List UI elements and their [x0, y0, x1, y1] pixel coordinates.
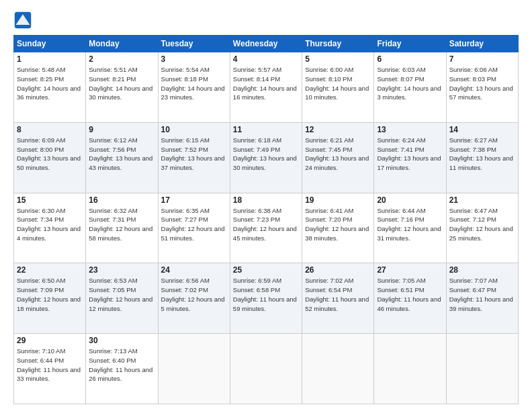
day-number: 28: [449, 265, 515, 275]
day-number: 26: [305, 265, 371, 275]
day-number: 8: [17, 125, 83, 134]
day-number: 6: [377, 54, 443, 64]
logo-icon: [13, 11, 32, 30]
logo: [13, 11, 35, 30]
day-number: 19: [305, 195, 371, 205]
calendar-cell: 13Sunrise: 6:24 AMSunset: 7:41 PMDayligh…: [374, 122, 446, 193]
calendar: SundayMondayTuesdayWednesdayThursdayFrid…: [13, 35, 519, 404]
calendar-cell: 18Sunrise: 6:38 AMSunset: 7:23 PMDayligh…: [230, 193, 302, 263]
header-tuesday: Tuesday: [158, 36, 230, 52]
calendar-cell: 3Sunrise: 5:54 AMSunset: 8:18 PMDaylight…: [158, 52, 230, 123]
day-number: 24: [161, 265, 227, 275]
day-number: 29: [17, 336, 83, 345]
calendar-cell: 7Sunrise: 6:06 AMSunset: 8:03 PMDaylight…: [446, 52, 518, 123]
day-info: Sunrise: 6:44 AMSunset: 7:16 PMDaylight:…: [377, 206, 443, 243]
calendar-cell: 6Sunrise: 6:03 AMSunset: 8:07 PMDaylight…: [374, 52, 446, 123]
calendar-cell: 26Sunrise: 7:02 AMSunset: 6:54 PMDayligh…: [302, 263, 374, 334]
calendar-cell: 28Sunrise: 7:07 AMSunset: 6:47 PMDayligh…: [446, 263, 518, 334]
calendar-cell: 20Sunrise: 6:44 AMSunset: 7:16 PMDayligh…: [374, 193, 446, 263]
day-info: Sunrise: 6:03 AMSunset: 8:07 PMDaylight:…: [377, 65, 443, 102]
calendar-cell: 8Sunrise: 6:09 AMSunset: 8:00 PMDaylight…: [14, 122, 86, 193]
day-info: Sunrise: 6:30 AMSunset: 7:34 PMDaylight:…: [17, 206, 83, 243]
day-info: Sunrise: 6:15 AMSunset: 7:52 PMDaylight:…: [161, 136, 227, 173]
day-number: 10: [161, 125, 227, 134]
day-number: 22: [17, 265, 83, 275]
calendar-week-3: 15Sunrise: 6:30 AMSunset: 7:34 PMDayligh…: [14, 193, 519, 263]
day-number: 9: [89, 125, 154, 134]
calendar-cell: 23Sunrise: 6:53 AMSunset: 7:05 PMDayligh…: [86, 263, 158, 334]
day-number: 25: [233, 265, 299, 275]
day-number: 5: [305, 54, 371, 64]
day-info: Sunrise: 6:21 AMSunset: 7:45 PMDaylight:…: [305, 136, 371, 173]
day-info: Sunrise: 7:10 AMSunset: 6:44 PMDaylight:…: [17, 347, 83, 383]
calendar-cell: 19Sunrise: 6:41 AMSunset: 7:20 PMDayligh…: [302, 193, 374, 263]
calendar-week-5: 29Sunrise: 7:10 AMSunset: 6:44 PMDayligh…: [14, 334, 519, 404]
calendar-cell: 9Sunrise: 6:12 AMSunset: 7:56 PMDaylight…: [86, 122, 158, 193]
day-info: Sunrise: 7:13 AMSunset: 6:40 PMDaylight:…: [89, 347, 154, 383]
calendar-cell: 2Sunrise: 5:51 AMSunset: 8:21 PMDaylight…: [86, 52, 158, 123]
day-number: 1: [17, 54, 83, 64]
calendar-cell: [374, 334, 446, 404]
calendar-cell: 5Sunrise: 6:00 AMSunset: 8:10 PMDaylight…: [302, 52, 374, 123]
day-info: Sunrise: 6:41 AMSunset: 7:20 PMDaylight:…: [305, 206, 371, 243]
day-number: 14: [449, 125, 515, 134]
header-wednesday: Wednesday: [230, 36, 302, 52]
day-info: Sunrise: 7:02 AMSunset: 6:54 PMDaylight:…: [305, 276, 371, 313]
day-info: Sunrise: 6:38 AMSunset: 7:23 PMDaylight:…: [233, 206, 299, 243]
calendar-cell: 15Sunrise: 6:30 AMSunset: 7:34 PMDayligh…: [14, 193, 86, 263]
header-thursday: Thursday: [302, 36, 374, 52]
day-info: Sunrise: 6:35 AMSunset: 7:27 PMDaylight:…: [161, 206, 227, 243]
calendar-cell: [158, 334, 230, 404]
calendar-cell: 17Sunrise: 6:35 AMSunset: 7:27 PMDayligh…: [158, 193, 230, 263]
calendar-cell: 10Sunrise: 6:15 AMSunset: 7:52 PMDayligh…: [158, 122, 230, 193]
calendar-cell: 22Sunrise: 6:50 AMSunset: 7:09 PMDayligh…: [14, 263, 86, 334]
calendar-header: SundayMondayTuesdayWednesdayThursdayFrid…: [14, 36, 519, 52]
calendar-cell: 25Sunrise: 6:59 AMSunset: 6:58 PMDayligh…: [230, 263, 302, 334]
day-number: 11: [233, 125, 299, 134]
day-info: Sunrise: 6:00 AMSunset: 8:10 PMDaylight:…: [305, 65, 371, 102]
day-info: Sunrise: 6:12 AMSunset: 7:56 PMDaylight:…: [89, 136, 154, 173]
calendar-cell: 16Sunrise: 6:32 AMSunset: 7:31 PMDayligh…: [86, 193, 158, 263]
day-info: Sunrise: 6:06 AMSunset: 8:03 PMDaylight:…: [449, 65, 515, 102]
day-number: 16: [89, 195, 154, 205]
calendar-cell: 14Sunrise: 6:27 AMSunset: 7:38 PMDayligh…: [446, 122, 518, 193]
calendar-cell: 4Sunrise: 5:57 AMSunset: 8:14 PMDaylight…: [230, 52, 302, 123]
day-number: 7: [449, 54, 515, 64]
day-info: Sunrise: 5:51 AMSunset: 8:21 PMDaylight:…: [89, 65, 154, 102]
day-number: 2: [89, 54, 154, 64]
calendar-cell: 30Sunrise: 7:13 AMSunset: 6:40 PMDayligh…: [86, 334, 158, 404]
day-number: 18: [233, 195, 299, 205]
calendar-cell: [230, 334, 302, 404]
day-info: Sunrise: 7:05 AMSunset: 6:51 PMDaylight:…: [377, 276, 443, 313]
calendar-week-4: 22Sunrise: 6:50 AMSunset: 7:09 PMDayligh…: [14, 263, 519, 334]
day-number: 4: [233, 54, 299, 64]
day-info: Sunrise: 6:32 AMSunset: 7:31 PMDaylight:…: [89, 206, 154, 243]
day-info: Sunrise: 5:54 AMSunset: 8:18 PMDaylight:…: [161, 65, 227, 102]
header-monday: Monday: [86, 36, 158, 52]
day-number: 13: [377, 125, 443, 134]
calendar-cell: 11Sunrise: 6:18 AMSunset: 7:49 PMDayligh…: [230, 122, 302, 193]
header-friday: Friday: [374, 36, 446, 52]
day-info: Sunrise: 6:09 AMSunset: 8:00 PMDaylight:…: [17, 136, 83, 173]
day-info: Sunrise: 6:24 AMSunset: 7:41 PMDaylight:…: [377, 136, 443, 173]
day-info: Sunrise: 5:48 AMSunset: 8:25 PMDaylight:…: [17, 65, 83, 102]
day-number: 23: [89, 265, 154, 275]
day-info: Sunrise: 6:18 AMSunset: 7:49 PMDaylight:…: [233, 136, 299, 173]
day-number: 27: [377, 265, 443, 275]
day-number: 12: [305, 125, 371, 134]
day-info: Sunrise: 6:47 AMSunset: 7:12 PMDaylight:…: [449, 206, 515, 243]
day-info: Sunrise: 7:07 AMSunset: 6:47 PMDaylight:…: [449, 276, 515, 313]
day-info: Sunrise: 6:53 AMSunset: 7:05 PMDaylight:…: [89, 276, 154, 313]
calendar-cell: [446, 334, 518, 404]
day-number: 15: [17, 195, 83, 205]
day-info: Sunrise: 6:59 AMSunset: 6:58 PMDaylight:…: [233, 276, 299, 313]
calendar-body: 1Sunrise: 5:48 AMSunset: 8:25 PMDaylight…: [14, 52, 519, 404]
day-info: Sunrise: 5:57 AMSunset: 8:14 PMDaylight:…: [233, 65, 299, 102]
day-info: Sunrise: 6:27 AMSunset: 7:38 PMDaylight:…: [449, 136, 515, 173]
calendar-cell: 21Sunrise: 6:47 AMSunset: 7:12 PMDayligh…: [446, 193, 518, 263]
day-info: Sunrise: 6:50 AMSunset: 7:09 PMDaylight:…: [17, 276, 83, 313]
calendar-cell: 29Sunrise: 7:10 AMSunset: 6:44 PMDayligh…: [14, 334, 86, 404]
header-sunday: Sunday: [14, 36, 86, 52]
day-number: 30: [89, 336, 154, 345]
calendar-week-1: 1Sunrise: 5:48 AMSunset: 8:25 PMDaylight…: [14, 52, 519, 123]
